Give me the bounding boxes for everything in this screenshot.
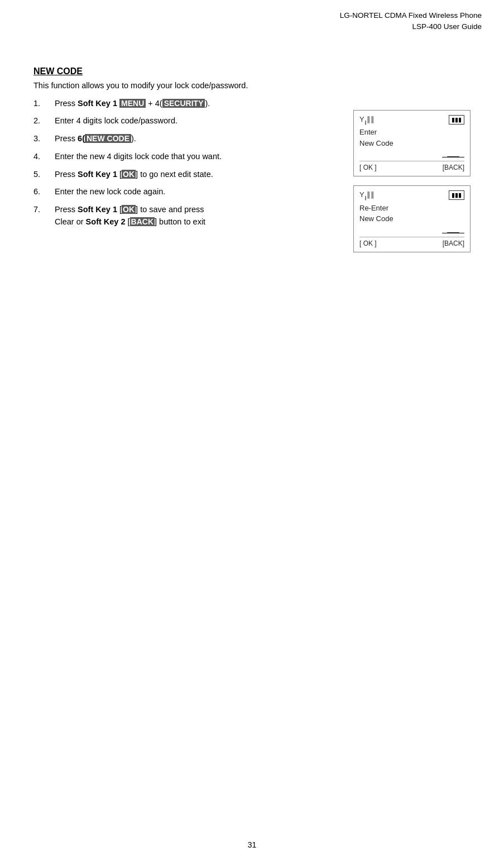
page-number: 31 bbox=[248, 840, 257, 849]
step-3: 3. Press 6(NEW CODE). bbox=[33, 133, 337, 145]
screen-2-softkey2: [BACK] bbox=[443, 240, 464, 247]
screen-2-softkeys: [ OK ] [BACK] bbox=[359, 237, 464, 247]
page-footer: 31 bbox=[0, 840, 504, 849]
screen-2-label: Re-Enter New Code bbox=[359, 203, 464, 224]
step-7-bold2: Soft Key 2 bbox=[86, 217, 126, 226]
step-7-block: Press Soft Key 1 [OK] to save and press … bbox=[55, 204, 337, 228]
step-5: 5. Press Soft Key 1 [OK] to go next edit… bbox=[33, 169, 337, 181]
step-5-num: 5. bbox=[33, 169, 55, 181]
screen-1-signal-icon: Y∥∥∥ bbox=[359, 115, 375, 125]
page-header: LG-NORTEL CDMA Fixed Wireless Phone LSP-… bbox=[0, 0, 504, 33]
step-7-line1: Press Soft Key 1 [OK] to save and press bbox=[55, 204, 337, 216]
step-4-num: 4. bbox=[33, 151, 55, 163]
screen-2-input: ___ bbox=[442, 224, 464, 233]
screen-1-softkey2: [BACK] bbox=[443, 164, 464, 171]
step-1-menu-highlight: MENU bbox=[119, 99, 146, 108]
screen-1-label1: Enter New Code bbox=[359, 127, 464, 149]
screen-2-status-bar: Y∥∥∥ ▮▮▮ bbox=[359, 190, 464, 200]
step-1-num: 1. bbox=[33, 98, 55, 110]
screen-1-softkey1: [ OK ] bbox=[359, 164, 377, 171]
step-5-text: Press Soft Key 1 [OK] to go next edit st… bbox=[55, 169, 337, 181]
step-7: 7. Press Soft Key 1 [OK] to save and pre… bbox=[33, 204, 337, 228]
screen-1-input: ___ bbox=[442, 149, 464, 157]
step-3-bold: 6( bbox=[78, 134, 85, 143]
screen-2-signal-icon: Y∥∥∥ bbox=[359, 190, 375, 200]
step-4: 4. Enter the new 4 digits lock code that… bbox=[33, 151, 337, 163]
step-1-bold1: Soft Key 1 bbox=[78, 99, 119, 108]
screen-2-battery-icon: ▮▮▮ bbox=[449, 190, 464, 200]
phone-screen-1: Y∥∥∥ ▮▮▮ Enter New Code ___ [ OK ] [BACK… bbox=[353, 110, 471, 177]
step-3-text: Press 6(NEW CODE). bbox=[55, 133, 337, 145]
step-3-newcode-highlight: NEW CODE bbox=[85, 134, 131, 143]
step-7-text: Press Soft Key 1 [OK] to save and press … bbox=[55, 204, 337, 228]
step-1-security-highlight: SECURITY bbox=[162, 99, 205, 108]
step-2-num: 2. bbox=[33, 115, 55, 127]
step-6: 6. Enter the new lock code again. bbox=[33, 186, 337, 198]
header-line1: LG-NORTEL CDMA Fixed Wireless Phone bbox=[22, 10, 482, 21]
step-6-num: 6. bbox=[33, 186, 55, 198]
step-6-text: Enter the new lock code again. bbox=[55, 186, 337, 198]
step-7-back-highlight: BACK bbox=[130, 217, 155, 226]
screen-2-softkey1: [ OK ] bbox=[359, 240, 377, 247]
screen-1-input-row: ___ bbox=[359, 149, 464, 157]
step-7-bold1: Soft Key 1 bbox=[78, 205, 117, 214]
screen-1-status-bar: Y∥∥∥ ▮▮▮ bbox=[359, 115, 464, 125]
screen-1-battery-icon: ▮▮▮ bbox=[449, 115, 464, 125]
steps-list: 1. Press Soft Key 1 MENU + 4(SECURITY). … bbox=[33, 98, 337, 234]
screen-2-input-row: ___ bbox=[359, 224, 464, 233]
page-content: NEW CODE This function allows you to mod… bbox=[0, 33, 504, 275]
step-5-bold: Soft Key 1 bbox=[78, 170, 117, 179]
section-title: NEW CODE bbox=[33, 66, 471, 76]
header-line2: LSP-400 User Guide bbox=[22, 21, 482, 32]
step-7-ok-highlight: OK bbox=[122, 205, 136, 214]
step-2-text: Enter 4 digits lock code/password. bbox=[55, 115, 337, 127]
step-1-text: Press Soft Key 1 MENU + 4(SECURITY). bbox=[55, 98, 337, 110]
step-1: 1. Press Soft Key 1 MENU + 4(SECURITY). bbox=[33, 98, 337, 110]
step-7-line2: Clear or Soft Key 2 [BACK] button to exi… bbox=[55, 216, 337, 228]
screen-1-softkeys: [ OK ] [BACK] bbox=[359, 161, 464, 171]
instructions-area: 1. Press Soft Key 1 MENU + 4(SECURITY). … bbox=[33, 98, 471, 252]
step-5-ok-highlight: OK bbox=[122, 170, 136, 179]
step-4-text: Enter the new 4 digits lock code that yo… bbox=[55, 151, 337, 163]
screens-column: Y∥∥∥ ▮▮▮ Enter New Code ___ [ OK ] [BACK… bbox=[353, 110, 471, 252]
step-3-num: 3. bbox=[33, 133, 55, 145]
step-2: 2. Enter 4 digits lock code/password. bbox=[33, 115, 337, 127]
phone-screen-2: Y∥∥∥ ▮▮▮ Re-Enter New Code ___ [ OK ] [B… bbox=[353, 185, 471, 252]
intro-text: This function allows you to modify your … bbox=[33, 81, 471, 90]
step-7-num: 7. bbox=[33, 204, 55, 216]
